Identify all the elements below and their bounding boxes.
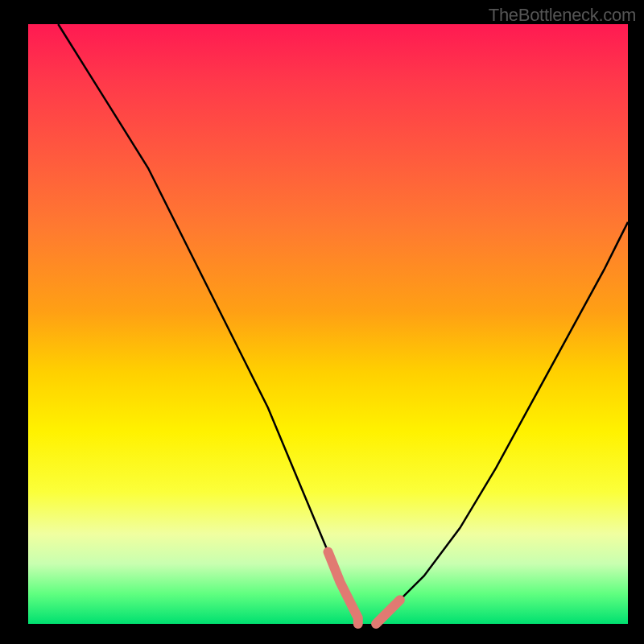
right-curve [376,222,628,624]
watermark-text: TheBottleneck.com [489,5,636,26]
left-highlight [328,552,358,624]
chart-frame: TheBottleneck.com [0,0,644,644]
chart-svg [28,24,628,624]
right-highlight [376,600,400,624]
left-curve [58,24,358,624]
